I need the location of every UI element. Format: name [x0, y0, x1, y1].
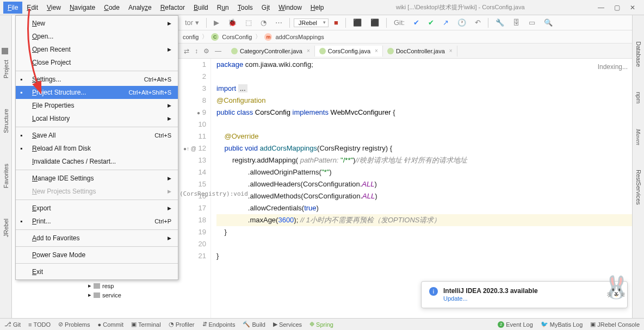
- breadcrumb-method[interactable]: addCorsMappings: [275, 34, 324, 40]
- profile-icon[interactable]: ◔: [257, 17, 270, 28]
- menu-item-new[interactable]: New▶: [16, 17, 178, 30]
- menu-item-settings[interactable]: ▪Settings...Ctrl+Alt+S: [16, 73, 178, 86]
- tab-database[interactable]: Database: [634, 37, 643, 71]
- sb-eventlog[interactable]: 2 Event Log: [498, 321, 533, 328]
- close-icon[interactable]: ✕: [630, 4, 635, 11]
- stop-icon[interactable]: ■: [331, 17, 342, 28]
- debug-icon[interactable]: 🐞: [225, 17, 240, 28]
- code-editor[interactable]: 1238● 91011●↑ @ 12131415161718192021 pac…: [178, 59, 632, 318]
- sb-git[interactable]: ⎇ Git: [4, 321, 21, 328]
- tab-project[interactable]: Project: [2, 48, 10, 83]
- more-run-icon[interactable]: ⋯: [272, 17, 286, 28]
- menu-help[interactable]: Help: [306, 2, 329, 14]
- git-rollback-icon[interactable]: ↶: [472, 17, 484, 28]
- menu-item-reload-all-from-disk[interactable]: ▪Reload All from Disk: [16, 142, 178, 155]
- git-history-icon[interactable]: 🕐: [454, 17, 469, 28]
- structure-hint: (CorsRegistry):void: [179, 190, 248, 197]
- menu-item-add-to-favorites[interactable]: Add to Favorites▶: [16, 232, 178, 245]
- menu-item-file-properties[interactable]: File Properties▶: [16, 99, 178, 112]
- right-tool-tabs: Database npm Maven RestServices: [632, 15, 644, 319]
- gear-icon[interactable]: ⚙: [203, 47, 209, 55]
- menu-window[interactable]: Window: [274, 2, 306, 14]
- editor-tab[interactable]: DocController.java×: [383, 46, 457, 57]
- folder-icon[interactable]: ▭: [525, 17, 538, 28]
- editor-tab[interactable]: CorsConfig.java×: [315, 46, 383, 57]
- menu-view[interactable]: View: [42, 2, 65, 14]
- menu-item-export[interactable]: Export▶: [16, 202, 178, 215]
- sb-spring[interactable]: ❉ Spring: [309, 321, 333, 328]
- menu-item-new-projects-settings[interactable]: New Projects Settings▶: [16, 185, 178, 198]
- sb-profiler[interactable]: ◔ Profiler: [169, 321, 195, 328]
- structure-icon: ▪: [20, 89, 28, 96]
- menu-item-open-recent[interactable]: Open Recent▶: [16, 43, 178, 56]
- tab-favorites[interactable]: Favorites: [2, 159, 10, 192]
- breadcrumb-pkg[interactable]: config: [183, 34, 199, 40]
- class-icon: C: [211, 33, 219, 41]
- run-icon[interactable]: ▶: [210, 17, 222, 28]
- menu-code[interactable]: Code: [100, 2, 124, 14]
- wrench-icon[interactable]: 🔧: [492, 17, 507, 28]
- tree-item-resp[interactable]: ▸ resp: [12, 281, 178, 290]
- collapse-icon[interactable]: ↕: [195, 47, 198, 55]
- target-dropdown[interactable]: tor ▾: [182, 17, 202, 28]
- sb-jrebel[interactable]: ▣ JRebel Console: [590, 321, 640, 328]
- close-tab-icon[interactable]: ×: [375, 48, 378, 54]
- sb-mybatis[interactable]: 🐦 MyBatis Log: [541, 321, 583, 328]
- menu-item-project-structure[interactable]: ▪Project Structure...Ctrl+Alt+Shift+S: [16, 86, 178, 99]
- menu-run[interactable]: Run: [213, 2, 233, 14]
- menu-item-invalidate-caches-restart[interactable]: Invalidate Caches / Restart...: [16, 155, 178, 168]
- menu-git[interactable]: Git: [257, 2, 274, 14]
- sb-commit[interactable]: ● Commit: [98, 321, 124, 328]
- menu-item-exit[interactable]: Exit: [16, 265, 178, 278]
- menu-analyze[interactable]: Analyze: [124, 2, 156, 14]
- maximize-icon[interactable]: ▢: [614, 4, 620, 11]
- db-icon[interactable]: 🗄: [510, 17, 523, 28]
- menu-navigate[interactable]: Navigate: [65, 2, 100, 14]
- mascot-icon: 🐰: [603, 275, 630, 300]
- coverage-icon[interactable]: ⬚: [242, 17, 255, 28]
- reload-icon: ▪: [20, 145, 28, 152]
- menu-item-manage-ide-settings[interactable]: Manage IDE Settings▶: [16, 172, 178, 185]
- menu-item-save-all[interactable]: ▪Save AllCtrl+S: [16, 129, 178, 142]
- print-icon: ▪: [20, 217, 28, 225]
- tab-restservices[interactable]: RestServices: [634, 165, 643, 209]
- breadcrumb-class[interactable]: CorsConfig: [222, 34, 252, 40]
- jr1-icon[interactable]: ⬛: [350, 17, 365, 28]
- expand-icon[interactable]: ⇄: [184, 47, 189, 55]
- search-icon[interactable]: 🔍: [541, 17, 556, 28]
- git-update-icon[interactable]: ✔: [410, 17, 423, 28]
- jr2-icon[interactable]: ⬛: [367, 17, 382, 28]
- menu-edit[interactable]: Edit: [22, 2, 42, 14]
- git-commit-icon[interactable]: ✔: [425, 17, 437, 28]
- jrebel-dropdown[interactable]: JRebel: [294, 18, 329, 27]
- menu-build[interactable]: Build: [189, 2, 213, 14]
- sb-todo[interactable]: ≡ TODO: [28, 321, 51, 328]
- sb-build[interactable]: 🔨 Build: [243, 321, 265, 328]
- tab-maven[interactable]: Maven: [634, 124, 643, 150]
- tab-structure[interactable]: Structure: [2, 104, 10, 138]
- close-tab-icon[interactable]: ×: [307, 48, 310, 54]
- sb-endpoints[interactable]: ⇵ Endpoints: [202, 321, 236, 328]
- tab-npm[interactable]: npm: [634, 88, 643, 108]
- menu-item-print[interactable]: ▪Print...Ctrl+P: [16, 215, 178, 228]
- sb-terminal[interactable]: ▣ Terminal: [131, 321, 161, 328]
- close-tab-icon[interactable]: ×: [449, 48, 453, 54]
- menu-item-power-save-mode[interactable]: Power Save Mode: [16, 248, 178, 261]
- menu-refactor[interactable]: Refactor: [156, 2, 189, 14]
- save-icon: ▪: [20, 132, 28, 139]
- sb-services[interactable]: ▶ Services: [273, 321, 302, 328]
- sb-problems[interactable]: ⊘ Problems: [58, 321, 90, 328]
- menu-item-close-project[interactable]: Close Project: [16, 56, 178, 69]
- minimize-icon[interactable]: —: [598, 4, 604, 11]
- menu-item-local-history[interactable]: Local History▶: [16, 112, 178, 125]
- left-tool-tabs: Project Structure Favorites JRebel: [0, 15, 12, 319]
- menu-item-open[interactable]: Open...: [16, 30, 178, 43]
- menu-file[interactable]: File: [3, 2, 22, 14]
- hide-icon[interactable]: —: [215, 47, 221, 55]
- tree-item-service[interactable]: ▸ service: [12, 290, 178, 300]
- menu-tools[interactable]: Tools: [233, 2, 257, 14]
- tab-jrebel[interactable]: JRebel: [2, 214, 10, 241]
- update-link[interactable]: Update...: [443, 295, 468, 302]
- git-push-icon[interactable]: ↗: [439, 17, 452, 28]
- editor-tab[interactable]: CategoryController.java×: [227, 46, 315, 57]
